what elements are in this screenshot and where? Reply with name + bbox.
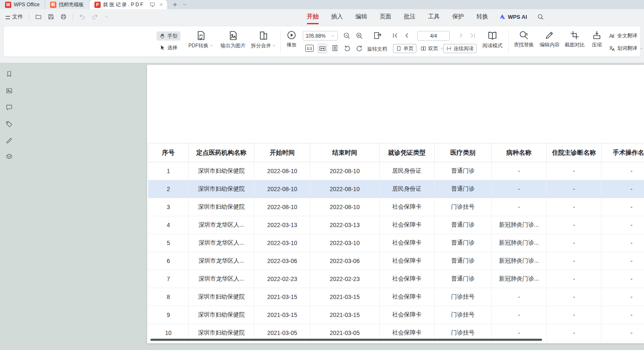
table-row: 6深圳市龙华区人...2022-03-062022-03-06社会保障卡普通门诊… — [148, 252, 644, 270]
rotate-document-button[interactable]: 旋转文档 — [367, 46, 387, 53]
play-button[interactable]: 播放 — [282, 30, 301, 47]
zoom-in-icon[interactable] — [355, 32, 363, 39]
screenshot-compare-label: 截图对比 — [565, 42, 585, 47]
save-icon[interactable] — [48, 13, 54, 20]
zoom-to-selection-icon[interactable] — [373, 31, 382, 40]
table-cell: - — [601, 252, 644, 270]
pdf-convert-label: PDF转换 — [188, 43, 208, 48]
table-cell: 2022-02-23 — [254, 270, 310, 288]
last-page-icon[interactable] — [469, 32, 477, 39]
actual-size-icon[interactable]: 1:1 — [305, 45, 314, 52]
pdf-page: 序号定点医药机构名称开始时间结束时间就诊凭证类型医疗类别病种名称住院主诊断名称手… — [147, 65, 644, 343]
previous-page-icon[interactable] — [403, 32, 411, 39]
select-tool-button[interactable]: 选择 — [157, 43, 180, 52]
find-replace-button[interactable]: 查找替换 — [512, 30, 536, 47]
word-translate-button[interactable]: 划词翻译 — [609, 45, 644, 52]
new-tab-icon[interactable] — [172, 2, 178, 8]
menu-divider — [29, 13, 29, 20]
horizontal-scrollbar-thumb[interactable] — [150, 339, 542, 341]
page-indicator-input[interactable]: 4/4 — [417, 31, 450, 41]
reading-mode-button[interactable]: 阅读模式 — [481, 30, 504, 48]
ribbon-tab-edit[interactable]: 编辑 — [355, 9, 367, 24]
full-translate-button[interactable]: 全文翻译 — [609, 32, 637, 39]
zoom-level-select[interactable]: 105.88% — [303, 31, 338, 41]
ribbon-tab-protect[interactable]: 保护 — [452, 9, 464, 24]
export-image-label: 输出为图片 — [221, 43, 246, 48]
continuous-reading-button[interactable]: 连续阅读 — [443, 44, 477, 53]
double-page-button[interactable]: 双页 — [418, 44, 446, 53]
undo-icon[interactable] — [79, 13, 86, 20]
export-image-button[interactable]: 输出为图片 — [218, 30, 248, 48]
table-cell: - — [601, 198, 644, 216]
tab-docer-templates[interactable]: 稻 找稻壳模板 — [45, 0, 89, 9]
table-cell: 门诊挂号 — [434, 306, 491, 324]
hand-icon — [160, 33, 165, 39]
single-page-button[interactable]: 单页 — [393, 44, 416, 53]
tab-document-pdf[interactable]: P 就医记录.PDF — [89, 0, 167, 9]
compress-button[interactable]: 压缩 — [588, 30, 605, 47]
rotate-left-icon[interactable] — [344, 44, 351, 52]
table-cell: 深圳市妇幼保健院 — [189, 288, 254, 306]
ribbon-tab-comment[interactable]: 批注 — [404, 9, 416, 24]
table-cell: 2022-03-06 — [254, 252, 310, 270]
ribbon-tab-home[interactable]: 开始 — [307, 9, 319, 24]
table-cell: - — [601, 216, 644, 234]
chevron-down-icon — [639, 46, 644, 51]
first-page-icon[interactable] — [391, 32, 399, 39]
hand-tool-button[interactable]: 手型 — [157, 31, 180, 41]
layers-panel-icon[interactable] — [5, 153, 13, 161]
table-cell: 2022-08-10 — [310, 198, 379, 216]
tab-list-chevron-icon[interactable] — [182, 2, 187, 7]
signature-panel-icon[interactable] — [5, 137, 13, 144]
close-tab-icon[interactable] — [159, 2, 164, 7]
docer-logo-icon: 稻 — [50, 2, 56, 8]
table-cell: - — [601, 324, 644, 342]
bookmarks-panel-icon[interactable] — [5, 70, 13, 78]
fit-width-icon[interactable] — [318, 44, 327, 53]
column-header: 住院主诊断名称 — [547, 143, 601, 162]
ribbon-tabs: 开始 插入 编辑 页面 批注 工具 保护 转换 WPS AI — [307, 9, 544, 24]
edit-content-button[interactable]: 编辑内容 — [538, 30, 562, 47]
hand-tool-label: 手型 — [167, 33, 177, 40]
table-cell: 新冠肺炎门诊... — [492, 270, 547, 288]
enter-fullscreen-icon[interactable] — [150, 2, 155, 8]
table-cell: - — [601, 180, 644, 198]
table-cell: 2022-03-13 — [310, 216, 379, 234]
table-row: 5深圳市龙华区人...2022-03-102022-03-10社会保障卡普通门诊… — [148, 234, 644, 252]
tab-wps-office[interactable]: W WPS Office — [0, 0, 45, 9]
file-menu-label: 文件 — [12, 13, 23, 20]
comments-panel-icon[interactable] — [5, 104, 13, 111]
column-header: 定点医药机构名称 — [189, 143, 254, 162]
thumbnails-panel-icon[interactable] — [5, 87, 13, 95]
history-chevron-icon[interactable] — [104, 14, 109, 19]
ribbon-tab-tools[interactable]: 工具 — [428, 9, 440, 24]
table-cell: - — [547, 198, 601, 216]
table-cell: - — [547, 270, 601, 288]
ribbon-tab-convert[interactable]: 转换 — [477, 9, 488, 24]
column-header: 结束时间 — [310, 143, 379, 162]
word-translate-label: 划词翻译 — [617, 45, 637, 52]
pdf-convert-button[interactable]: PDF转换 — [188, 30, 214, 48]
zoom-out-icon[interactable] — [343, 32, 350, 39]
screenshot-compare-icon — [570, 30, 580, 40]
table-cell: - — [547, 162, 601, 180]
print-icon[interactable] — [60, 13, 67, 20]
ribbon-tab-page[interactable]: 页面 — [380, 9, 391, 24]
table-cell: 2022-08-10 — [254, 180, 310, 198]
continuous-reading-label: 连续阅读 — [454, 45, 474, 52]
open-file-icon[interactable] — [35, 13, 42, 20]
file-menu-button[interactable]: 文件 — [4, 13, 23, 20]
screenshot-compare-button[interactable]: 截图对比 — [563, 30, 587, 47]
fit-page-icon[interactable] — [331, 44, 339, 52]
rotate-right-icon[interactable] — [355, 44, 363, 52]
split-merge-button[interactable]: 拆分合并 — [250, 30, 277, 48]
toolbar: 手型 选择 PDF转换 输出为图片 拆分合并 播放 105.88% 4/4 1:… — [3, 26, 641, 57]
redo-icon[interactable] — [91, 13, 98, 20]
table-cell: 2022-08-10 — [310, 180, 379, 198]
export-image-icon — [228, 30, 238, 41]
next-page-icon[interactable] — [457, 32, 465, 39]
attachments-panel-icon[interactable] — [5, 120, 13, 128]
ribbon-tab-insert[interactable]: 插入 — [331, 9, 343, 24]
wps-ai-button[interactable]: WPS AI — [499, 13, 527, 20]
menu-search-icon[interactable] — [537, 13, 544, 20]
